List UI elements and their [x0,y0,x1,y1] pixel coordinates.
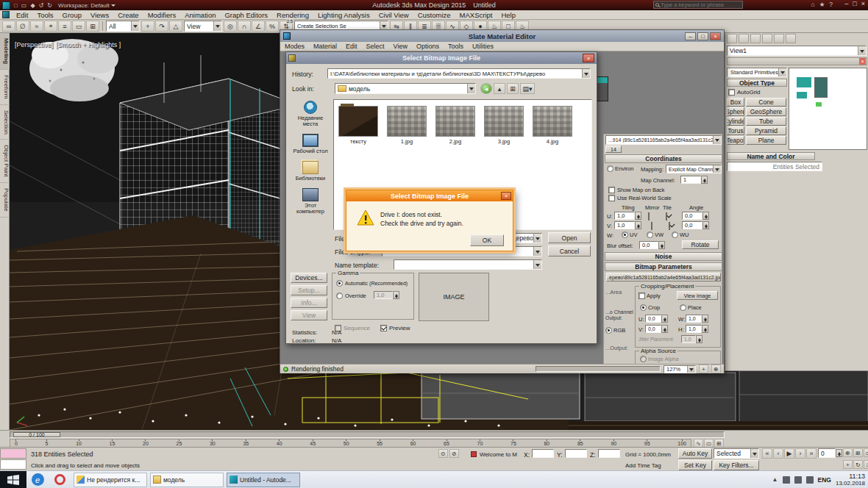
go-to-end-button[interactable]: » [806,448,817,459]
wu-radio[interactable]: WU [672,232,689,238]
slate-menu-item[interactable]: Options [412,43,444,50]
gamma-automatic-radio[interactable]: Automatic (Recommended) [336,280,408,287]
menu-item[interactable]: Help [497,11,520,19]
material-name-dropdown[interactable]: ...914 (89c1a5281165ab2a4e65f4aa3ad131c2… [605,135,722,145]
network-icon[interactable] [794,476,802,484]
utilities-tab-icon[interactable] [786,34,796,43]
spinner-arrows-icon[interactable] [702,212,709,220]
primitive-button[interactable]: Plane [746,136,786,145]
slate-pan-icon[interactable]: + [699,365,708,373]
spinner-arrows-icon[interactable] [836,449,842,457]
environ-radio[interactable]: Environ [607,165,633,172]
viewport-label[interactable]: [Perspective] [Smooth + Highlights ] [15,41,121,49]
rotate-icon[interactable]: ↷ [155,21,168,32]
select-link-icon[interactable]: ∞ [2,21,15,32]
slate-menu-item[interactable]: Edit [341,43,362,50]
vw-radio[interactable]: VW [647,232,664,238]
slate-menu-item[interactable]: Tools [444,43,468,50]
spinner-arrows-icon[interactable] [702,221,709,229]
close-button[interactable]: × [501,192,511,200]
v-mirror-checkbox[interactable] [651,222,652,230]
slate-menu-item[interactable]: View [389,43,412,50]
select-object-icon[interactable]: ⌖ [44,21,57,32]
v-angle-spinner[interactable]: 0,0 [682,221,709,229]
setup-button[interactable]: Setup... [291,285,327,295]
u-tile-checkbox[interactable] [666,212,667,220]
select-by-name-icon[interactable]: ≡ [58,21,71,32]
spinner-arrows-icon[interactable] [702,315,708,323]
file-thumbnail[interactable]: тексту [337,106,380,145]
selection-filter-dropdown[interactable]: All [106,21,140,32]
maxscript-mini-listener[interactable] [0,448,26,459]
checkbox-icon[interactable] [608,195,615,201]
spinner-arrows-icon[interactable] [701,176,708,184]
slate-menu-item[interactable]: Select [362,43,389,50]
bitmap-parameters-rollout[interactable]: Bitmap Parameters [605,262,722,271]
ribbon-tab[interactable]: Object Paint [0,140,10,183]
up-one-level-icon[interactable]: ▴ [494,83,505,94]
display-tab-icon[interactable] [774,34,784,43]
new-scene-icon[interactable]: □ [14,2,18,9]
modify-tab-icon[interactable] [739,34,749,43]
primitive-button[interactable]: Cone [746,98,786,107]
slate-menu-item[interactable]: Utilities [468,43,498,50]
autogrid-checkbox[interactable]: AutoGrid [728,89,761,96]
start-button[interactable] [0,471,26,488]
object-name-field[interactable]: Entities Selected [727,162,822,171]
file-thumbnail[interactable]: 3.jpg [483,106,525,145]
rect-region-icon[interactable]: ▭ [72,21,85,32]
pan-icon[interactable]: + [843,460,853,469]
restore-button[interactable]: □ [853,0,856,7]
menu-item[interactable]: Tools [32,11,57,19]
time-slider-track[interactable]: 0 / 100 [10,431,725,438]
menu-item[interactable]: Customize [413,11,455,19]
view-button[interactable]: View [291,310,327,320]
spinner-arrows-icon[interactable] [635,221,641,229]
workspace-dropdown[interactable]: Workspace: Default [58,2,115,9]
add-time-tag[interactable]: Add Time Tag [625,462,661,469]
view-menu-icon[interactable]: ▤▾ [520,83,535,94]
name-template-input[interactable] [394,259,542,270]
spinner-arrows-icon[interactable] [661,315,668,323]
internet-explorer-icon[interactable]: e [26,471,49,488]
radio-icon[interactable] [622,232,628,238]
checkbox-icon[interactable] [638,293,645,299]
set-key-button[interactable]: Set Key [678,460,712,470]
isolate-selection-icon[interactable]: ⊙ [438,449,448,458]
coordinates-rollout[interactable]: Coordinates [605,154,722,163]
close-button[interactable]: × [710,32,721,40]
bind-spacewarp-icon[interactable]: ≈ [30,21,43,32]
menu-item[interactable]: Rendering [272,11,313,19]
map-channel-spinner[interactable]: 1 [680,176,708,184]
spinner-arrows-icon[interactable] [661,325,668,333]
error-dialog-titlebar[interactable]: Select Bitmap Image File × [346,190,513,201]
uv-radio[interactable]: UV [622,232,637,238]
ribbon-tab[interactable]: Freeform [0,70,10,104]
history-dropdown[interactable]: I:\DATA\библиотеки материалы и тд\детали… [327,68,591,79]
blur-offset-spinner[interactable]: 0,0 [639,241,665,249]
checkbox-icon[interactable] [380,325,387,331]
maxscript-mini-listener[interactable] [0,459,26,470]
spinner-arrows-icon[interactable] [696,335,702,343]
crop-u-spinner[interactable]: 0,0 [645,315,668,323]
slate-zoom-icon[interactable]: ⊕ [711,365,721,373]
radio-icon[interactable] [336,293,343,299]
cancel-button[interactable]: Cancel [548,245,591,256]
move-icon[interactable]: + [141,21,154,32]
redo-icon[interactable]: ↻ [47,2,52,9]
devices-button[interactable]: Devices... [291,273,327,283]
window-crossing-icon[interactable]: ⊞ [86,21,99,32]
search-box[interactable] [653,1,743,9]
file-thumbnail[interactable]: 1.jpg [385,106,428,145]
place-item[interactable]: Этот компьютер [291,188,330,215]
undo-icon[interactable]: ↺ [39,2,44,9]
play-button[interactable]: ▶ [784,448,794,459]
close-button[interactable]: × [583,54,594,62]
v-tiling-spinner[interactable]: 1,0 [614,221,641,229]
info-button[interactable]: Info... [291,298,327,308]
mapping-dropdown[interactable]: Explicit Map Channel [666,165,722,173]
language-indicator[interactable]: ENG [818,476,831,484]
radio-icon[interactable] [640,356,647,362]
spinner-arrows-icon[interactable] [635,212,641,220]
look-in-dropdown[interactable]: модель [335,83,476,94]
